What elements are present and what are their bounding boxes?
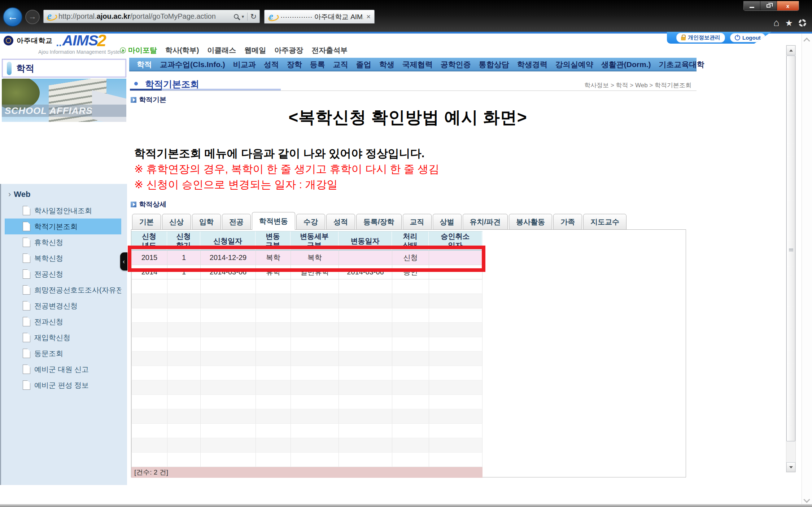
chevron-down-icon[interactable] bbox=[803, 496, 810, 503]
nav-item[interactable]: 학적 bbox=[133, 59, 156, 70]
nav-item[interactable]: 학생경력 bbox=[513, 59, 551, 70]
tab[interactable]: 기본 bbox=[132, 214, 161, 230]
tab[interactable]: 신상 bbox=[162, 214, 191, 230]
address-bar[interactable]: e http://portal.ajou.ac.kr/portal/goToMy… bbox=[43, 10, 260, 23]
privacy-settings-button[interactable]: 개인정보관리 bbox=[676, 33, 725, 43]
tab[interactable]: 봉사활동 bbox=[509, 214, 552, 230]
sidebar-item[interactable]: 전과신청 bbox=[5, 314, 121, 330]
table-cell bbox=[256, 424, 291, 438]
table-cell bbox=[339, 308, 392, 322]
nav-item[interactable]: 교직 bbox=[329, 59, 352, 70]
sidebar-group-web[interactable]: › Web bbox=[1, 184, 127, 199]
tab[interactable]: 성적 bbox=[326, 214, 355, 230]
url-text: http://portal.ajou.ac.kr/portal/goToMyPa… bbox=[58, 12, 216, 21]
table-cell bbox=[291, 294, 339, 308]
minimize-button[interactable] bbox=[744, 1, 760, 10]
top-link[interactable]: 전자출석부 bbox=[311, 45, 348, 55]
nav-item[interactable]: 성적 bbox=[260, 59, 283, 70]
chevron-up-icon[interactable] bbox=[803, 38, 810, 44]
tab[interactable]: 가족 bbox=[553, 214, 582, 230]
column-header-line: 신청 bbox=[142, 232, 156, 241]
back-button[interactable]: ← bbox=[3, 7, 22, 27]
sidebar-item-label: 전과신청 bbox=[34, 317, 63, 327]
section-detail-label: 학적상세 bbox=[139, 200, 166, 209]
tab[interactable]: 지도교수 bbox=[583, 214, 627, 230]
table-cell bbox=[392, 294, 429, 308]
nav-item[interactable]: 공학인증 bbox=[437, 59, 475, 70]
nav-item[interactable]: 장학 bbox=[283, 59, 306, 70]
browser-tab[interactable]: e ·············· 아주대학교 AIM... × bbox=[264, 10, 375, 23]
close-window-button[interactable]: x bbox=[777, 1, 799, 10]
sidebar-item[interactable]: 희망전공선호도조사(자유전공학부) bbox=[5, 282, 121, 298]
tab[interactable]: 전공 bbox=[222, 214, 251, 230]
forward-button[interactable]: → bbox=[25, 10, 40, 24]
scrollbar-thumb[interactable] bbox=[786, 56, 795, 441]
tab[interactable]: 수강 bbox=[296, 214, 325, 230]
nav-item[interactable]: 생활관(Dorm.) bbox=[597, 59, 655, 70]
top-link[interactable]: 아주광장 bbox=[274, 45, 303, 55]
window-bottom-edge bbox=[0, 504, 812, 507]
table-row[interactable]: 201512014-12-29복학복학신청 bbox=[131, 251, 483, 265]
nav-item[interactable]: 강의실예약 bbox=[551, 59, 597, 70]
table-row[interactable]: 201412014-03-06휴학일반휴학2014-03-06승인 bbox=[131, 265, 483, 279]
tab[interactable]: 교직 bbox=[403, 214, 432, 230]
section-basic: 학적기본 bbox=[131, 95, 166, 105]
scroll-down-button[interactable] bbox=[786, 462, 795, 472]
sidebar-item[interactable]: 예비군 편성 정보 bbox=[5, 377, 121, 393]
search-icon[interactable] bbox=[234, 14, 239, 19]
favorites-star-icon[interactable]: ★ bbox=[785, 19, 793, 27]
table-cell bbox=[339, 279, 392, 294]
dropdown-icon[interactable]: ▼ bbox=[241, 14, 245, 19]
sidebar-item[interactable]: 복학신청 bbox=[5, 250, 121, 266]
sidebar-item[interactable]: 재입학신청 bbox=[5, 330, 121, 345]
top-link[interactable]: 마이포탈 bbox=[120, 45, 157, 55]
settings-gear-icon[interactable] bbox=[799, 19, 806, 27]
sidebar-item[interactable]: 학사일정안내조회 bbox=[5, 203, 121, 219]
table-cell bbox=[201, 424, 256, 438]
table-cell bbox=[291, 279, 339, 294]
sidebar-item-label: 예비군 대원 신고 bbox=[34, 365, 89, 374]
tab[interactable]: 등록/장학 bbox=[356, 214, 402, 230]
logout-label: Logout bbox=[742, 35, 761, 41]
nav-item[interactable]: 비교과 bbox=[229, 59, 260, 70]
sidebar-item[interactable]: 예비군 대원 신고 bbox=[5, 361, 121, 377]
sidebar-collapse-handle[interactable]: ‹ bbox=[120, 252, 127, 270]
nav-item[interactable]: 기초교육대학 bbox=[655, 59, 708, 70]
table-cell bbox=[167, 438, 201, 452]
table-cell bbox=[429, 308, 483, 322]
home-icon[interactable]: ⌂ bbox=[773, 18, 779, 28]
nav-item[interactable]: 학생 bbox=[375, 59, 398, 70]
top-link[interactable]: 학사(학부) bbox=[165, 45, 199, 55]
tab[interactable]: 유치/파견 bbox=[463, 214, 508, 230]
nav-item[interactable]: 국제협력 bbox=[398, 59, 437, 70]
tab[interactable]: 학적변동 bbox=[252, 212, 295, 230]
top-link[interactable]: 웹메일 bbox=[244, 45, 266, 55]
sidebar-item[interactable]: 휴학신청 bbox=[5, 234, 121, 250]
sidebar-photo-caption: SCHOOL AFFIARS bbox=[2, 105, 126, 117]
sidebar-item[interactable]: 학적기본조회 bbox=[5, 219, 121, 234]
scroll-up-button[interactable] bbox=[786, 45, 795, 55]
sidebar-item[interactable]: 동문조회 bbox=[5, 345, 121, 361]
table-cell bbox=[339, 366, 392, 380]
tab[interactable]: 입학 bbox=[192, 214, 221, 230]
table-row-empty bbox=[131, 323, 483, 337]
nav-item[interactable]: 등록 bbox=[306, 59, 329, 70]
restore-button[interactable] bbox=[760, 1, 777, 10]
table-cell bbox=[339, 409, 392, 423]
logout-button[interactable]: Logout bbox=[730, 33, 765, 42]
nav-item[interactable]: 교과수업(Cls.Info.) bbox=[156, 59, 229, 70]
nav-item[interactable]: 통합상담 bbox=[475, 59, 513, 70]
top-link[interactable]: 이클래스 bbox=[207, 45, 236, 55]
table-cell bbox=[132, 337, 167, 351]
tab[interactable]: 상벌 bbox=[433, 214, 462, 230]
refresh-icon[interactable]: ↻ bbox=[250, 12, 257, 21]
close-tab-icon[interactable]: × bbox=[366, 13, 371, 21]
aims-logo[interactable]: .. AIMS 2 Ajou Information Management Sy… bbox=[34, 33, 128, 55]
table-cell bbox=[132, 438, 167, 452]
sidebar-item[interactable]: 전공변경신청 bbox=[5, 298, 121, 314]
table-cell bbox=[167, 424, 201, 438]
sidebar-item[interactable]: 전공신청 bbox=[5, 266, 121, 282]
nav-item[interactable]: 졸업 bbox=[352, 59, 375, 70]
table-cell bbox=[256, 337, 291, 351]
table-cell bbox=[256, 395, 291, 409]
